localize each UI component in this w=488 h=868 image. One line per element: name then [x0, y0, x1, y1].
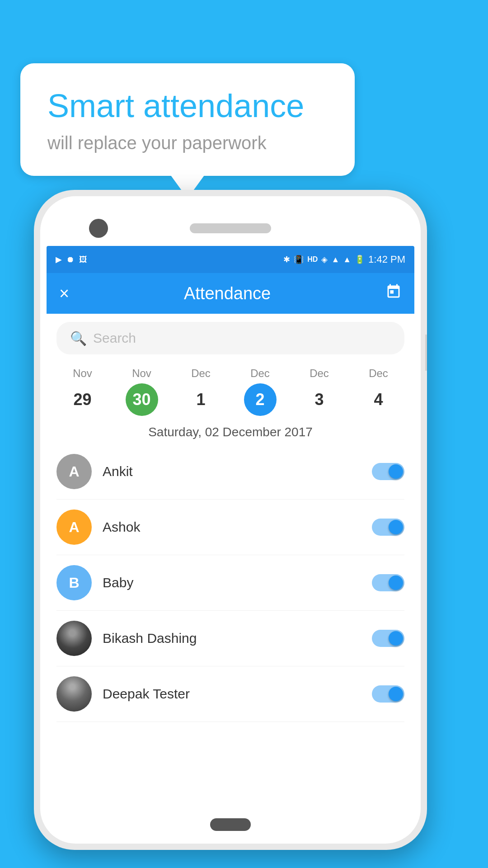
- cal-month-0: Nov: [73, 367, 92, 380]
- cal-month-3: Dec: [250, 367, 270, 380]
- person-list: A Ankit A Ashok B Baby: [47, 444, 414, 722]
- cal-month-4: Dec: [310, 367, 329, 380]
- list-item[interactable]: Bikash Dashing: [56, 611, 404, 666]
- status-icons-right: ✱ 📳 HD ◈ ▲ ▲ 🔋 1:42 PM: [283, 254, 405, 265]
- list-item[interactable]: Deepak Tester: [56, 666, 404, 722]
- signal1-icon: ▲: [331, 255, 339, 264]
- calendar-strip: Nov 29 Nov 30 Dec 1 Dec 2 Dec 3: [47, 363, 414, 416]
- avatar-deepak: [56, 676, 92, 712]
- person-name-ashok: Ashok: [103, 519, 372, 535]
- cal-day-nov30[interactable]: Nov 30: [117, 367, 167, 416]
- phone-side-button: [425, 335, 427, 371]
- phone-home-button[interactable]: [210, 818, 251, 831]
- person-name-ankit: Ankit: [103, 464, 372, 479]
- bubble-subtitle: will replace your paperwork: [47, 133, 328, 153]
- avatar-bikash: [56, 621, 92, 656]
- toggle-bikash[interactable]: [372, 630, 404, 647]
- record-icon: ⏺: [66, 255, 75, 264]
- cal-month-1: Nov: [132, 367, 151, 380]
- toggle-deepak[interactable]: [372, 685, 404, 703]
- calendar-icon[interactable]: [385, 283, 402, 303]
- list-item[interactable]: B Baby: [56, 555, 404, 611]
- status-bar: ▶ ⏺ 🖼 ✱ 📳 HD ◈ ▲ ▲ 🔋 1:42 PM: [47, 246, 414, 273]
- selected-date: Saturday, 02 December 2017: [47, 416, 414, 444]
- battery-icon: 🔋: [355, 255, 365, 264]
- toggle-ashok[interactable]: [372, 519, 404, 536]
- hd-label: HD: [307, 255, 318, 264]
- list-item[interactable]: A Ashok: [56, 500, 404, 555]
- cal-day-dec4[interactable]: Dec 4: [354, 367, 404, 416]
- wifi-icon: ◈: [321, 255, 328, 264]
- play-icon: ▶: [56, 255, 62, 264]
- search-placeholder: Search: [93, 330, 136, 346]
- signal2-icon: ▲: [343, 255, 351, 264]
- person-name-baby: Baby: [103, 575, 372, 590]
- close-button[interactable]: ×: [59, 284, 69, 303]
- avatar-baby: B: [56, 565, 92, 600]
- cal-day-dec1[interactable]: Dec 1: [176, 367, 226, 416]
- toggle-ankit[interactable]: [372, 463, 404, 480]
- cal-num-0: 29: [66, 383, 99, 416]
- status-icons-left: ▶ ⏺ 🖼: [56, 255, 87, 264]
- cal-day-dec3[interactable]: Dec 3: [295, 367, 344, 416]
- bluetooth-icon: ✱: [283, 255, 290, 264]
- cal-num-5: 4: [362, 383, 395, 416]
- toggle-baby[interactable]: [372, 574, 404, 591]
- person-name-bikash: Bikash Dashing: [103, 631, 372, 646]
- search-icon: 🔍: [70, 330, 87, 346]
- cal-day-dec2[interactable]: Dec 2: [235, 367, 285, 416]
- avatar-ashok: A: [56, 509, 92, 545]
- status-time: 1:42 PM: [368, 254, 405, 265]
- cal-num-3: 2: [244, 383, 277, 416]
- cal-num-2: 1: [185, 383, 217, 416]
- speech-bubble: Smart attendance will replace your paper…: [20, 63, 355, 176]
- top-bar: × Attendance: [47, 273, 414, 314]
- cal-month-2: Dec: [191, 367, 211, 380]
- cal-month-5: Dec: [369, 367, 388, 380]
- list-item[interactable]: A Ankit: [56, 444, 404, 500]
- vibrate-icon: 📳: [294, 255, 304, 264]
- image-icon: 🖼: [79, 255, 87, 264]
- phone-speaker: [190, 223, 271, 233]
- cal-day-nov29[interactable]: Nov 29: [58, 367, 108, 416]
- phone-camera: [89, 219, 108, 238]
- person-name-deepak: Deepak Tester: [103, 686, 372, 702]
- app-screen: ▶ ⏺ 🖼 ✱ 📳 HD ◈ ▲ ▲ 🔋 1:42 PM × A: [47, 246, 414, 812]
- cal-num-4: 3: [303, 383, 336, 416]
- bubble-title: Smart attendance: [47, 88, 328, 124]
- avatar-ankit: A: [56, 454, 92, 489]
- phone-inner: ▶ ⏺ 🖼 ✱ 📳 HD ◈ ▲ ▲ 🔋 1:42 PM × A: [40, 196, 421, 844]
- cal-num-1: 30: [126, 383, 158, 416]
- app-title: Attendance: [184, 284, 271, 303]
- phone-mockup: ▶ ⏺ 🖼 ✱ 📳 HD ◈ ▲ ▲ 🔋 1:42 PM × A: [34, 190, 427, 850]
- search-bar[interactable]: 🔍 Search: [56, 322, 404, 354]
